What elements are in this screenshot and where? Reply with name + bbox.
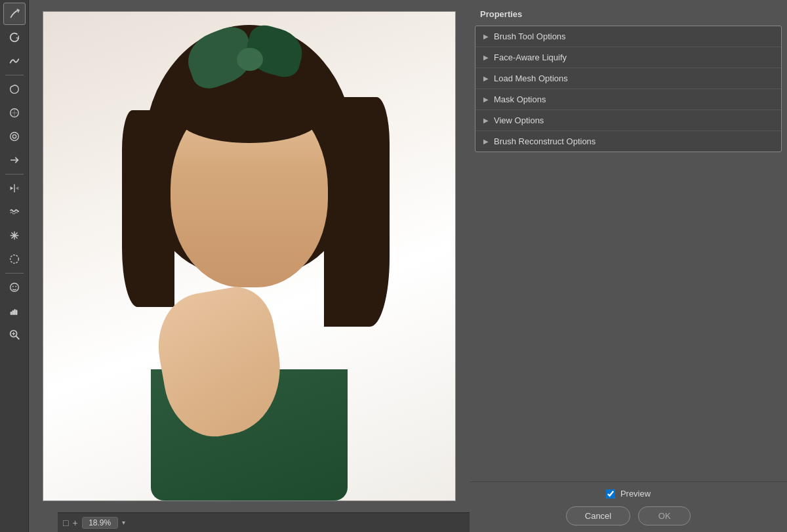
pucker-tool[interactable] — [3, 102, 26, 124]
face-tool[interactable] — [3, 276, 26, 298]
svg-rect-9 — [15, 310, 17, 315]
zoom-tool[interactable] — [3, 323, 26, 346]
portrait-background — [43, 12, 455, 501]
arrow-load-mesh: ▶ — [483, 75, 489, 82]
tool-divider-2 — [5, 174, 24, 174]
svg-point-1 — [10, 133, 18, 141]
ok-button[interactable]: OK — [638, 506, 691, 525]
section-face-aware-liquify[interactable]: ▶ Face-Aware Liquify — [475, 47, 781, 68]
arrow-view: ▶ — [483, 117, 489, 124]
right-panel: Properties ▶ Brush Tool Options ▶ Face-A… — [470, 0, 787, 532]
svg-point-3 — [10, 255, 18, 264]
portrait-hair-left — [122, 110, 174, 307]
twirl-tool[interactable] — [3, 78, 26, 100]
arrow-face-aware: ▶ — [483, 54, 489, 61]
thaw-mask-tool[interactable] — [3, 248, 26, 270]
canvas-wrapper — [43, 11, 456, 501]
section-load-mesh-label: Load Mesh Options — [494, 73, 568, 83]
tool-divider-3 — [5, 273, 24, 274]
zoom-dropdown-btn[interactable]: ▾ — [122, 519, 125, 526]
preview-checkbox[interactable] — [606, 489, 615, 499]
section-brush-reconstruct-options[interactable]: ▶ Brush Reconstruct Options — [475, 131, 781, 152]
properties-sections-box: ▶ Brush Tool Options ▶ Face-Aware Liquif… — [475, 26, 782, 152]
section-view-label: View Options — [494, 115, 544, 125]
svg-point-6 — [15, 286, 16, 287]
portrait-hair-right — [324, 97, 390, 327]
arrow-brush-tool: ▶ — [483, 33, 489, 40]
panel-bottom: Preview Cancel OK — [470, 481, 787, 532]
smooth-tool[interactable] — [3, 50, 26, 72]
warp-tool[interactable] — [3, 3, 26, 25]
toolbar — [0, 0, 29, 532]
svg-rect-7 — [12, 310, 14, 315]
section-mask-label: Mask Options — [494, 94, 546, 104]
mirror-tool[interactable] — [3, 177, 26, 199]
section-load-mesh-options[interactable]: ▶ Load Mesh Options — [475, 68, 781, 89]
canvas-statusbar: □ + 18.9% ▾ — [58, 512, 470, 532]
portrait-bangs — [177, 91, 321, 143]
portrait-ribbon-center — [237, 48, 263, 71]
preview-row: Preview — [483, 489, 774, 499]
cancel-button[interactable]: Cancel — [566, 506, 630, 525]
zoom-decrease-btn[interactable]: □ — [63, 518, 68, 527]
section-brush-tool-options[interactable]: ▶ Brush Tool Options — [475, 26, 781, 47]
push-left-tool[interactable] — [3, 149, 26, 171]
properties-header: Properties — [475, 5, 782, 26]
section-view-options[interactable]: ▶ View Options — [475, 110, 781, 131]
tool-divider-1 — [5, 75, 24, 75]
reconstruct-tool[interactable] — [3, 26, 26, 49]
svg-rect-8 — [14, 309, 16, 315]
turbulence-tool[interactable] — [3, 201, 26, 223]
section-brush-tool-label: Brush Tool Options — [494, 31, 566, 41]
section-face-aware-label: Face-Aware Liquify — [494, 52, 567, 62]
arrow-mask: ▶ — [483, 96, 489, 103]
properties-panel: Properties ▶ Brush Tool Options ▶ Face-A… — [470, 0, 787, 532]
arrow-brush-reconstruct: ▶ — [483, 138, 489, 145]
svg-point-2 — [12, 134, 16, 138]
freeze-mask-tool[interactable] — [3, 224, 26, 247]
bloat-tool[interactable] — [3, 125, 26, 148]
section-mask-options[interactable]: ▶ Mask Options — [475, 89, 781, 110]
svg-point-5 — [12, 286, 13, 287]
canvas-image — [43, 12, 455, 501]
button-row: Cancel OK — [483, 506, 774, 525]
canvas-area — [29, 0, 470, 532]
zoom-value: 18.9% — [82, 517, 118, 529]
zoom-increase-btn[interactable]: + — [72, 518, 77, 527]
svg-rect-10 — [10, 312, 12, 315]
section-brush-reconstruct-label: Brush Reconstruct Options — [494, 136, 595, 146]
preview-label: Preview — [620, 489, 651, 499]
hand-tool[interactable] — [3, 300, 26, 322]
app-container: Properties ▶ Brush Tool Options ▶ Face-A… — [0, 0, 787, 532]
